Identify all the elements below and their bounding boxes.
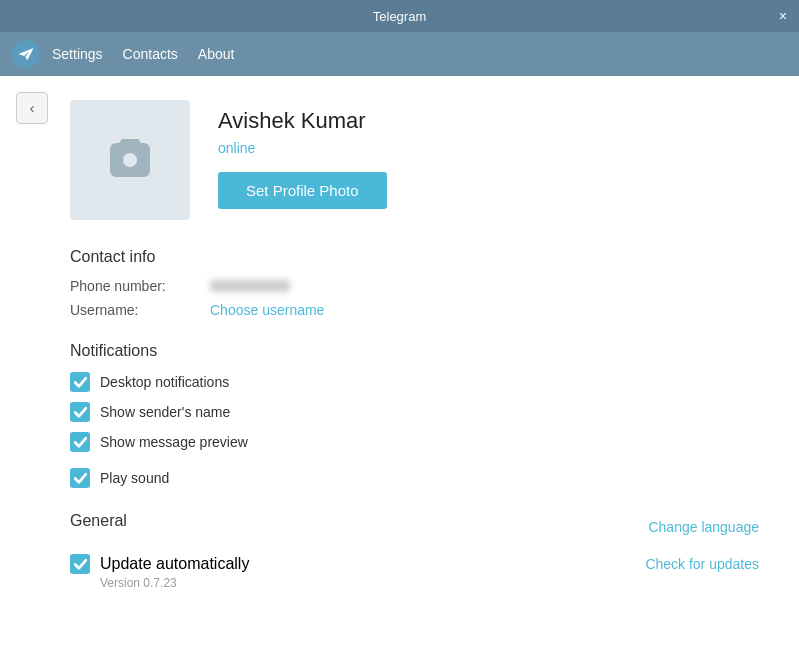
choose-username-link[interactable]: Choose username xyxy=(210,302,324,318)
close-button[interactable]: × xyxy=(779,9,787,23)
title-bar: Telegram × xyxy=(0,0,799,32)
avatar xyxy=(70,100,190,220)
notification-sender-row: Show sender's name xyxy=(70,402,759,422)
show-sender-checkbox[interactable] xyxy=(70,402,90,422)
notification-desktop-row: Desktop notifications xyxy=(70,372,759,392)
update-automatically-label: Update automatically xyxy=(100,555,249,573)
version-text: Version 0.7.23 xyxy=(100,576,759,590)
contact-info-section: Contact info Phone number: Username: Cho… xyxy=(70,248,759,318)
telegram-icon xyxy=(17,45,35,63)
change-language-link[interactable]: Change language xyxy=(648,519,759,535)
menu-item-contacts[interactable]: Contacts xyxy=(123,42,178,66)
notification-sound-row: Play sound xyxy=(70,468,759,488)
menu-item-about[interactable]: About xyxy=(198,42,235,66)
general-title: General xyxy=(70,512,127,530)
app-logo xyxy=(12,40,40,68)
menu-item-settings[interactable]: Settings xyxy=(52,42,103,66)
main-content: Avishek Kumar online Set Profile Photo C… xyxy=(70,76,799,648)
phone-label: Phone number: xyxy=(70,278,210,294)
play-sound-checkbox[interactable] xyxy=(70,468,90,488)
camera-icon xyxy=(106,136,154,184)
check-for-updates-link[interactable]: Check for updates xyxy=(645,556,759,572)
notification-preview-row: Show message preview xyxy=(70,432,759,452)
back-button[interactable]: ‹ xyxy=(16,92,48,124)
show-preview-checkbox[interactable] xyxy=(70,432,90,452)
username-row: Username: Choose username xyxy=(70,302,759,318)
update-row: Update automatically Check for updates xyxy=(70,554,759,574)
set-profile-photo-button[interactable]: Set Profile Photo xyxy=(218,172,387,209)
profile-section: Avishek Kumar online Set Profile Photo xyxy=(70,100,759,220)
profile-name: Avishek Kumar xyxy=(218,108,387,134)
notifications-section: Notifications Desktop notifications Show… xyxy=(70,342,759,488)
update-left: Update automatically xyxy=(70,554,249,574)
play-sound-label: Play sound xyxy=(100,470,169,486)
general-header: General Change language xyxy=(70,512,759,542)
show-preview-label: Show message preview xyxy=(100,434,248,450)
content-area: ‹ Avishek Kumar online Set Profile Photo… xyxy=(0,76,799,648)
update-automatically-checkbox[interactable] xyxy=(70,554,90,574)
phone-value-blurred xyxy=(210,280,290,292)
contact-info-title: Contact info xyxy=(70,248,759,266)
username-label: Username: xyxy=(70,302,210,318)
back-col: ‹ xyxy=(0,76,70,648)
profile-info: Avishek Kumar online Set Profile Photo xyxy=(218,100,387,209)
show-sender-label: Show sender's name xyxy=(100,404,230,420)
general-section: General Change language Update automatic… xyxy=(70,512,759,590)
notifications-title: Notifications xyxy=(70,342,759,360)
desktop-notifications-label: Desktop notifications xyxy=(100,374,229,390)
phone-row: Phone number: xyxy=(70,278,759,294)
desktop-notifications-checkbox[interactable] xyxy=(70,372,90,392)
menu-bar: Settings Contacts About xyxy=(0,32,799,76)
profile-status: online xyxy=(218,140,387,156)
app-title: Telegram xyxy=(373,9,426,24)
